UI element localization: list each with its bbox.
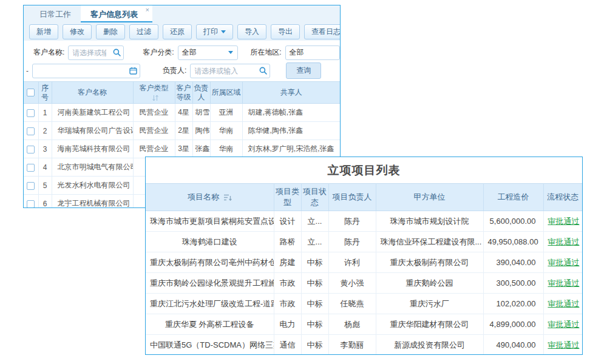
- row-select-cell: [24, 158, 38, 177]
- cost-cell: 490,040.00: [483, 335, 543, 356]
- project-name-link[interactable]: 珠海市城市更新项目紫桐苑安置点设...: [146, 211, 274, 232]
- row-checkbox[interactable]: [27, 182, 35, 190]
- import-button[interactable]: 导入: [237, 24, 266, 39]
- export-button[interactable]: 导出: [271, 24, 300, 39]
- manager-input[interactable]: [191, 67, 256, 75]
- flow-status-link[interactable]: 审批通过: [548, 320, 580, 329]
- tab-customer-list[interactable]: 客户信息列表 ×: [81, 5, 152, 22]
- calendar-icon[interactable]: [126, 67, 140, 75]
- col-cost[interactable]: 工程造价: [483, 184, 543, 211]
- cost-cell: 390,040.00: [483, 252, 543, 273]
- edit-button[interactable]: 修改: [63, 24, 92, 39]
- close-icon[interactable]: ×: [146, 6, 149, 13]
- project-manager-link[interactable]: 许利: [328, 252, 376, 273]
- restore-button[interactable]: 还原: [163, 24, 192, 39]
- customer-name-input[interactable]: [69, 49, 110, 57]
- sort-icon[interactable]: [152, 95, 158, 101]
- tab-bar: 日常工作 客户信息列表 ×: [24, 5, 340, 22]
- col-project-status[interactable]: 项目状态: [301, 184, 328, 211]
- row-checkbox[interactable]: [27, 109, 35, 117]
- region-cell: 亚洲: [210, 104, 242, 122]
- delete-button[interactable]: 删除: [96, 24, 125, 39]
- project-manager-link[interactable]: 陈丹: [328, 211, 376, 232]
- customer-name-link[interactable]: 华瑞城有限公司广告设计部: [52, 122, 133, 140]
- tab-daily-work[interactable]: 日常工作: [30, 5, 81, 22]
- project-name-link[interactable]: 中国联通5G（TD-SCDMA）网络三期...: [146, 335, 274, 356]
- col-shared[interactable]: 共享人: [242, 82, 340, 104]
- project-name-link[interactable]: 珠海鹤港口建设: [146, 232, 274, 252]
- col-project-name[interactable]: 项目名称: [146, 184, 274, 211]
- col-customer-type-label: 客户类型: [140, 84, 169, 92]
- customer-category-select[interactable]: 全部: [178, 46, 238, 60]
- manager-link[interactable]: 张鑫: [192, 140, 210, 158]
- manager-label: 负责人:: [163, 66, 186, 76]
- seq-cell: 1: [38, 104, 52, 122]
- row-checkbox[interactable]: [27, 127, 35, 135]
- project-manager-link[interactable]: 李勤丽: [328, 335, 376, 356]
- col-customer-name[interactable]: 客户名称: [52, 82, 133, 104]
- print-button[interactable]: 打印: [196, 24, 233, 39]
- row-checkbox[interactable]: [27, 146, 35, 153]
- col-customer-type[interactable]: 客户类型: [133, 82, 175, 104]
- seq-cell: 2: [38, 122, 52, 140]
- customer-name-link[interactable]: 河南美新建筑工程公司: [52, 104, 133, 122]
- seq-cell: 5: [38, 177, 52, 195]
- flow-status-link[interactable]: 审批通过: [548, 237, 580, 246]
- project-name-link[interactable]: 重庆江北污水处理厂级改造工程-道路...: [146, 294, 274, 314]
- customer-toolbar: 新增 修改 删除 过滤 还原 打印 导入 导出 查看日志: [24, 22, 340, 41]
- flow-status-link[interactable]: 审批通过: [548, 278, 580, 288]
- customer-name-link[interactable]: 海南芜城科技有限公司: [52, 140, 133, 158]
- col-client[interactable]: 甲方单位: [376, 184, 483, 211]
- project-manager-link[interactable]: 任晓燕: [328, 294, 376, 314]
- project-type-cell: 市政: [274, 273, 301, 294]
- sort-desc-icon[interactable]: [224, 194, 232, 201]
- project-list-panel: 立项项目列表 项目名称 项目类型 项目状态 项目负责人 甲方单位 工程造价 流程…: [145, 157, 583, 355]
- flow-status-cell: 审批通过: [543, 294, 582, 314]
- region-select[interactable]: 全部: [285, 46, 340, 60]
- project-status-cell: 立...: [301, 232, 328, 252]
- col-manager[interactable]: 负责人: [192, 82, 210, 104]
- row-checkbox[interactable]: [27, 164, 35, 172]
- project-name-link[interactable]: 重庆华夏 外高桥工程设备: [146, 314, 274, 335]
- customer-name-link[interactable]: 光发水利水电有限公司: [52, 177, 133, 195]
- customer-name-link[interactable]: 北京市明城电气有限公司: [52, 158, 133, 177]
- col-project-manager[interactable]: 项目负责人: [328, 184, 376, 211]
- flow-status-link[interactable]: 审批通过: [548, 299, 580, 308]
- query-button[interactable]: 查询: [286, 62, 321, 79]
- shared-cell: 陈华健,陶伟,张鑫: [242, 122, 340, 140]
- col-project-type[interactable]: 项目类型: [274, 184, 301, 211]
- manager-link[interactable]: 陶伟: [192, 122, 210, 140]
- project-name-link[interactable]: 重庆太极制药有限公司亳州中药材仓...: [146, 252, 274, 273]
- flow-status-cell: 审批通过: [543, 211, 582, 232]
- filter-button[interactable]: 过滤: [129, 24, 158, 39]
- add-button[interactable]: 新增: [29, 24, 58, 39]
- seq-cell: 6: [38, 195, 52, 209]
- project-status-cell: 中标: [301, 335, 328, 356]
- project-manager-link[interactable]: 黄小强: [328, 273, 376, 294]
- row-checkbox[interactable]: [27, 200, 35, 208]
- col-region[interactable]: 所属区域: [210, 82, 242, 104]
- project-manager-link[interactable]: 陈丹: [328, 232, 376, 252]
- customer-name-link[interactable]: 龙宇工程机械有限公司: [52, 195, 133, 209]
- select-all-checkbox[interactable]: [27, 89, 35, 96]
- flow-status-link[interactable]: 审批通过: [548, 217, 580, 226]
- flow-status-link[interactable]: 审批通过: [548, 258, 580, 267]
- col-flow-status[interactable]: 流程状态: [543, 184, 582, 211]
- col-customer-level[interactable]: 客户等级: [175, 82, 192, 104]
- flow-status-link[interactable]: 审批通过: [548, 340, 580, 349]
- project-manager-link[interactable]: 杨彪: [328, 314, 376, 335]
- project-name-link[interactable]: 重庆市鹅岭公园绿化景观提升工程施工: [146, 273, 274, 294]
- customer-level-cell: 2星: [175, 122, 192, 140]
- customer-type-cell: 民营企业: [133, 122, 175, 140]
- region-cell: 华南: [210, 140, 242, 158]
- client-cell: 新源成投资有限公司: [376, 335, 483, 356]
- date-to-input[interactable]: [33, 67, 126, 75]
- view-log-button[interactable]: 查看日志: [304, 24, 341, 39]
- manager-link[interactable]: 胡雪: [192, 104, 210, 122]
- project-status-cell: 中标: [301, 273, 328, 294]
- search-icon[interactable]: [110, 49, 123, 56]
- client-cell: 重庆污水厂: [376, 294, 483, 314]
- region-label: 所在地区:: [250, 47, 281, 58]
- manager-box: [190, 64, 270, 78]
- search-icon[interactable]: [256, 67, 270, 75]
